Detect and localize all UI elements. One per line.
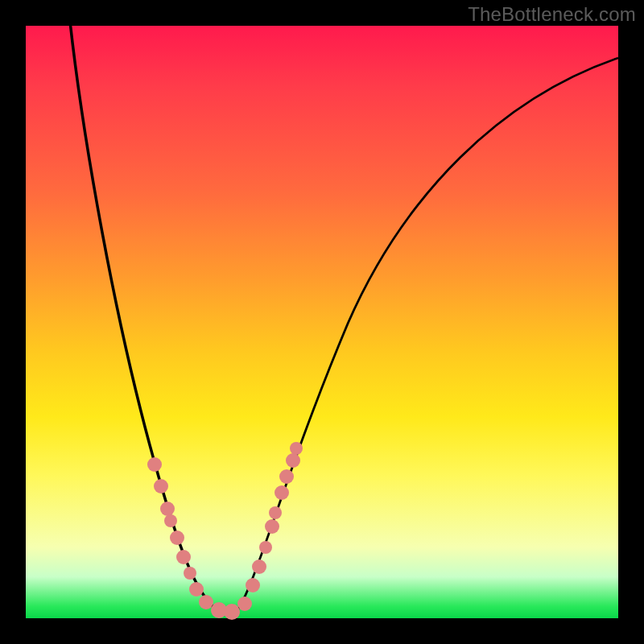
svg-point-13 [252,559,266,574]
svg-point-7 [189,582,204,597]
svg-point-11 [237,597,252,611]
svg-point-4 [170,530,184,545]
curve-right-branch [235,58,618,613]
svg-point-12 [246,578,260,592]
marker-cluster-right [237,442,303,611]
svg-point-8 [199,595,213,609]
svg-point-0 [147,457,162,472]
svg-point-1 [154,479,168,493]
watermark-text: TheBottleneck.com [468,3,636,26]
curve-layer [26,26,618,618]
svg-point-10 [224,604,240,620]
curve-left-branch [70,22,219,612]
svg-point-18 [279,469,294,484]
svg-point-2 [160,502,175,516]
svg-point-19 [286,453,300,468]
svg-point-14 [259,541,272,554]
svg-point-6 [184,567,196,580]
chart-frame: TheBottleneck.com [0,0,644,644]
svg-point-15 [265,519,279,534]
svg-point-20 [290,442,303,455]
svg-point-5 [176,550,191,564]
svg-point-16 [269,506,282,519]
marker-cluster-left [147,457,240,620]
svg-point-3 [164,514,177,527]
svg-point-17 [275,485,289,500]
